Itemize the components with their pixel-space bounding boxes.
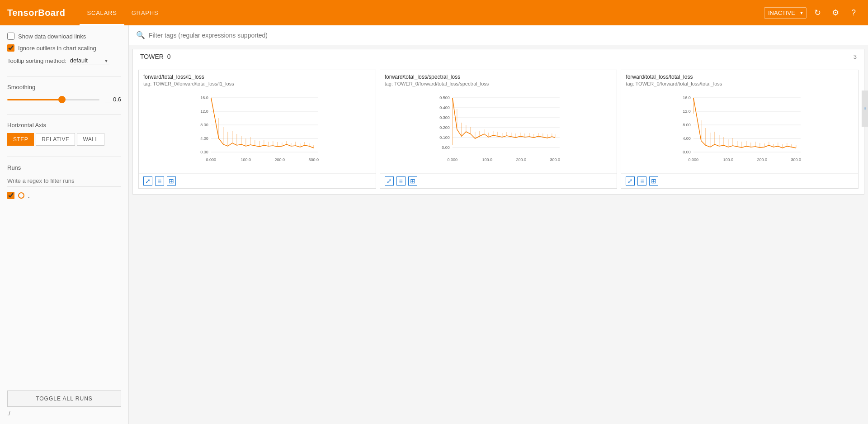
svg-text:0.00: 0.00 [442, 145, 450, 150]
chart-l1-footer: ⤢ ≡ ⊞ [139, 173, 376, 188]
charts-row: forward/total_loss/l1_loss tag: TOWER_0/… [133, 64, 864, 194]
filter-input[interactable] [149, 32, 861, 39]
main-content: 🔍 TOWER_0 3 forward/total_loss/l1_loss t… [129, 25, 868, 424]
help-button[interactable]: ? [846, 5, 861, 20]
right-scroll-indicator[interactable]: ≡ [862, 91, 868, 127]
tooltip-select[interactable]: default ascending descending nearest [70, 56, 109, 65]
layout-button-2[interactable]: ⊞ [408, 176, 417, 186]
svg-text:0.00: 0.00 [683, 150, 691, 154]
ignore-outliers-label: Ignore outliers in chart scaling [18, 45, 96, 52]
run-checkbox[interactable] [7, 192, 14, 199]
layout-button-3[interactable]: ⊞ [649, 176, 658, 186]
tooltip-label: Tooltip sorting method: [7, 57, 66, 64]
svg-text:300.0: 300.0 [550, 157, 560, 162]
data-button-1[interactable]: ≡ [155, 176, 164, 186]
svg-text:12.0: 12.0 [683, 109, 691, 114]
sidebar-footer: ./ [7, 410, 121, 417]
horizontal-axis-label: Horizontal Axis [7, 122, 121, 129]
ignore-outliers-checkbox[interactable] [7, 44, 14, 52]
svg-text:200.0: 200.0 [516, 157, 526, 162]
inactive-select-wrapper: INACTIVE ▼ [764, 7, 807, 19]
chart-total-tag: tag: TOWER_0/forward/total_loss/total_lo… [621, 81, 858, 89]
header-right: INACTIVE ▼ ↻ ⚙ ? [764, 5, 861, 20]
chart-spectral-area[interactable]: 0.500 0.400 0.300 0.200 0.100 0.00 [380, 89, 617, 173]
divider-2 [7, 114, 121, 114]
chart-total-area[interactable]: 16.0 12.0 8.00 4.00 0.00 [621, 89, 858, 173]
smoothing-slider[interactable] [7, 99, 99, 100]
svg-text:4.00: 4.00 [200, 136, 208, 141]
chart-total-footer: ⤢ ≡ ⊞ [621, 173, 858, 188]
tower-section: TOWER_0 3 forward/total_loss/l1_loss tag… [132, 49, 864, 195]
run-name: . [28, 192, 30, 199]
svg-text:100.0: 100.0 [723, 157, 734, 162]
chart-spectral-footer: ⤢ ≡ ⊞ [380, 173, 617, 188]
chart-l1-svg: 16.0 12.0 8.00 4.00 0.00 [141, 91, 374, 170]
svg-text:300.0: 300.0 [791, 157, 802, 162]
svg-text:100.0: 100.0 [482, 157, 492, 162]
filter-bar: 🔍 [129, 25, 868, 45]
divider-3 [7, 157, 121, 157]
chart-spectral-svg: 0.500 0.400 0.300 0.200 0.100 0.00 [382, 91, 615, 170]
smoothing-label: Smoothing [7, 84, 121, 91]
svg-text:0.400: 0.400 [439, 105, 450, 110]
smoothing-value[interactable]: 0.6 [105, 96, 121, 103]
chart-spectral-title: forward/total_loss/spectral_loss [380, 70, 617, 81]
search-icon: 🔍 [136, 31, 145, 39]
tower-count: 3 [854, 53, 857, 60]
expand-button-2[interactable]: ⤢ [385, 176, 394, 186]
axis-step-button[interactable]: STEP [7, 133, 34, 146]
svg-text:300.0: 300.0 [309, 157, 319, 162]
svg-text:16.0: 16.0 [200, 95, 208, 100]
nav-scalars[interactable]: SCALARS [80, 0, 124, 25]
svg-text:0.100: 0.100 [439, 135, 450, 140]
svg-text:0.000: 0.000 [206, 157, 217, 162]
sidebar: Show data download links Ignore outliers… [0, 25, 129, 424]
axis-buttons: STEP RELATIVE WALL [7, 133, 121, 146]
svg-text:0.200: 0.200 [439, 125, 450, 130]
layout-button-1[interactable]: ⊞ [167, 176, 176, 186]
svg-text:12.0: 12.0 [200, 109, 208, 114]
runs-label: Runs [7, 164, 121, 171]
svg-text:0.300: 0.300 [439, 115, 450, 120]
nav-graphs[interactable]: GRAPHS [124, 0, 166, 25]
tooltip-row: Tooltip sorting method: default ascendin… [7, 56, 121, 65]
tower-header: TOWER_0 3 [133, 49, 864, 64]
axis-wall-button[interactable]: WALL [77, 133, 104, 146]
svg-text:200.0: 200.0 [757, 157, 768, 162]
data-button-2[interactable]: ≡ [396, 176, 406, 186]
chart-l1-title: forward/total_loss/l1_loss [139, 70, 376, 81]
chart-spectral-tag: tag: TOWER_0/forward/total_loss/spectral… [380, 81, 617, 89]
charts-container: TOWER_0 3 forward/total_loss/l1_loss tag… [129, 45, 868, 202]
chart-total-title: forward/total_loss/total_loss [621, 70, 858, 81]
run-item: . [7, 192, 121, 199]
show-data-links-label: Show data download links [18, 33, 86, 40]
axis-relative-button[interactable]: RELATIVE [36, 133, 75, 146]
svg-text:200.0: 200.0 [275, 157, 285, 162]
expand-button-1[interactable]: ⤢ [143, 176, 152, 186]
refresh-button[interactable]: ↻ [810, 5, 825, 20]
chart-l1-area[interactable]: 16.0 12.0 8.00 4.00 0.00 [139, 89, 376, 173]
chart-total-svg: 16.0 12.0 8.00 4.00 0.00 [623, 91, 856, 170]
toggle-all-runs-button[interactable]: TOGGLE ALL RUNS [7, 391, 121, 407]
data-button-3[interactable]: ≡ [637, 176, 646, 186]
run-color-dot [18, 192, 24, 199]
chart-spectral-loss: forward/total_loss/spectral_loss tag: TO… [380, 70, 618, 189]
svg-text:16.0: 16.0 [683, 95, 691, 100]
smoothing-row: 0.6 [7, 96, 121, 103]
ignore-outliers-row: Ignore outliers in chart scaling [7, 44, 121, 52]
expand-button-3[interactable]: ⤢ [626, 176, 635, 186]
svg-text:0.500: 0.500 [439, 95, 450, 100]
main-nav: SCALARS GRAPHS [80, 0, 165, 25]
show-data-links-row: Show data download links [7, 33, 121, 40]
svg-text:0.000: 0.000 [689, 157, 699, 162]
logo: TensorBoard [7, 8, 65, 18]
show-data-links-checkbox[interactable] [7, 33, 14, 40]
settings-button[interactable]: ⚙ [828, 5, 843, 20]
svg-text:0.00: 0.00 [200, 150, 208, 154]
runs-filter-input[interactable] [7, 176, 121, 186]
chart-total-loss: forward/total_loss/total_loss tag: TOWER… [621, 70, 859, 189]
svg-text:4.00: 4.00 [683, 136, 691, 141]
inactive-select[interactable]: INACTIVE [764, 7, 807, 19]
chart-l1-tag: tag: TOWER_0/forward/total_loss/l1_loss [139, 81, 376, 89]
divider-1 [7, 76, 121, 76]
